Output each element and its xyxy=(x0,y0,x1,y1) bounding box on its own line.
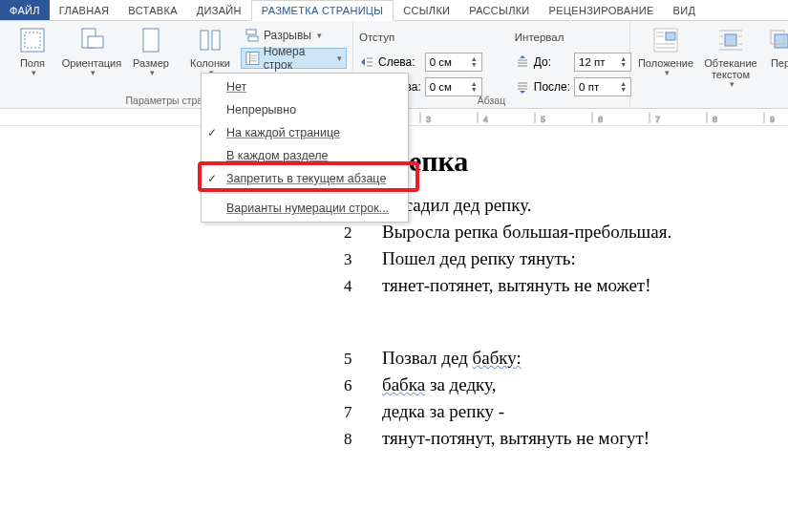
line-numbers-label: Номера строк xyxy=(264,45,331,72)
line-text: Позвал дед бабку: xyxy=(382,348,522,369)
breaks-button[interactable]: Разрывы ▾ xyxy=(241,25,347,46)
menu-item-continuous[interactable]: Непрерывно xyxy=(202,98,408,121)
document-line: 3Пошел дед репку тянуть: xyxy=(344,248,778,269)
size-button[interactable]: Размер ▾ xyxy=(124,23,178,78)
line-text: Выросла репка большая-пребольшая. xyxy=(382,222,671,243)
line-text: тянут-потянут, вытянуть не могут! xyxy=(382,428,650,449)
tab-design[interactable]: ДИЗАЙН xyxy=(187,0,251,20)
breaks-icon xyxy=(245,28,260,43)
svg-text:8: 8 xyxy=(713,115,717,124)
tab-references[interactable]: ССЫЛКИ xyxy=(394,0,459,20)
document-line: 6бабка за дедку, xyxy=(344,374,778,395)
line-text: тянет-потянет, вытянуть не может! xyxy=(382,275,650,296)
document-content: Репка 1Посадил дед репку.2Выросла репка … xyxy=(344,145,778,455)
indent-right-input[interactable]: 0 см▲▼ xyxy=(425,77,482,96)
spacing-after-icon xyxy=(515,79,530,95)
svg-marker-21 xyxy=(520,55,525,58)
line-number: 8 xyxy=(344,430,382,449)
document-line: 7дедка за репку - xyxy=(344,401,778,422)
svg-rect-8 xyxy=(248,36,258,41)
left-label: Слева: xyxy=(378,55,421,69)
before-label: До: xyxy=(534,55,551,69)
indent-left-input[interactable]: 0 см▲▼ xyxy=(425,53,482,72)
tab-mailings[interactable]: РАССЫЛКИ xyxy=(459,0,539,20)
menu-item-label: В каждом разделе xyxy=(226,149,328,162)
spinner-icon: ▲▼ xyxy=(620,56,627,68)
line-number: 6 xyxy=(344,376,382,395)
indent-header: Отступ xyxy=(359,32,500,43)
svg-rect-36 xyxy=(725,34,736,46)
svg-rect-3 xyxy=(88,36,103,48)
tab-view[interactable]: ВИД xyxy=(664,0,706,20)
spacing-before-input[interactable]: 12 пт▲▼ xyxy=(574,53,631,72)
after-label: После: xyxy=(534,80,570,94)
bring-forward-label: Пер xyxy=(771,57,788,69)
menu-item-label: Нет xyxy=(226,80,246,94)
position-icon xyxy=(650,25,681,55)
svg-rect-31 xyxy=(666,32,675,40)
tab-home[interactable]: ГЛАВНАЯ xyxy=(50,0,119,20)
chevron-down-icon: ▾ xyxy=(91,69,96,78)
menu-item-each-page[interactable]: ✓На каждой странице xyxy=(202,121,408,144)
margins-icon xyxy=(17,25,48,55)
svg-marker-14 xyxy=(361,58,365,66)
margins-button[interactable]: Поля ▾ xyxy=(6,23,59,78)
line-number: 5 xyxy=(344,350,382,369)
menu-separator xyxy=(205,193,404,194)
svg-rect-4 xyxy=(143,29,159,52)
document-line: 1Посадил дед репку. xyxy=(344,195,778,216)
spacing-header: Интервал xyxy=(515,32,649,43)
menu-item-each-section[interactable]: В каждом разделе xyxy=(202,144,408,167)
document-line: 2Выросла репка большая-пребольшая. xyxy=(344,222,778,243)
size-icon xyxy=(136,25,166,55)
group-arrange: Положение ▾ Обтекание текстом ▾ Пер xyxy=(630,21,788,108)
line-numbers-button[interactable]: Номера строк ▾ xyxy=(241,48,347,69)
svg-text:7: 7 xyxy=(655,115,660,124)
menu-item-suppress[interactable]: ✓Запретить в текущем абзаце xyxy=(202,167,408,190)
svg-text:3: 3 xyxy=(426,115,431,124)
tab-review[interactable]: РЕЦЕНЗИРОВАНИЕ xyxy=(540,0,664,20)
bring-forward-icon xyxy=(765,25,788,55)
line-number: 3 xyxy=(344,250,382,269)
chevron-down-icon: ▾ xyxy=(730,80,735,90)
spinner-icon: ▲▼ xyxy=(471,56,478,68)
indent-left-value: 0 см xyxy=(430,56,452,68)
indent-left-icon xyxy=(359,54,374,70)
svg-rect-7 xyxy=(246,30,256,34)
line-text: бабка за дедку, xyxy=(382,374,496,395)
tab-insert[interactable]: ВСТАВКА xyxy=(118,0,186,20)
wrap-text-button[interactable]: Обтекание текстом ▾ xyxy=(701,23,760,90)
bring-forward-button[interactable]: Пер xyxy=(766,23,788,90)
document-line: 4тянет-потянет, вытянуть не может! xyxy=(344,275,778,296)
menu-item-label: Непрерывно xyxy=(226,103,296,117)
columns-button[interactable]: Колонки ▾ xyxy=(183,23,237,78)
svg-text:4: 4 xyxy=(483,115,488,124)
line-text: Пошел дед репку тянуть: xyxy=(382,248,576,269)
orientation-icon xyxy=(76,25,107,55)
svg-rect-5 xyxy=(201,31,208,50)
chevron-down-icon: ▾ xyxy=(665,69,670,78)
svg-text:6: 6 xyxy=(598,115,603,124)
svg-rect-43 xyxy=(775,34,788,48)
spacing-after-input[interactable]: 0 пт▲▼ xyxy=(574,77,631,96)
tab-page-layout[interactable]: РАЗМЕТКА СТРАНИЦЫ xyxy=(251,0,394,21)
tab-file[interactable]: ФАЙЛ xyxy=(0,0,50,20)
line-numbers-menu: Нет Непрерывно ✓На каждой странице В каж… xyxy=(201,73,409,223)
chevron-down-icon: ▾ xyxy=(337,53,342,63)
menu-item-label: Варианты нумерации строк... xyxy=(226,202,389,215)
check-icon: ✓ xyxy=(207,172,217,185)
check-icon: ✓ xyxy=(207,126,217,139)
menu-item-options[interactable]: Варианты нумерации строк... xyxy=(202,197,408,220)
position-button[interactable]: Положение ▾ xyxy=(636,23,695,90)
svg-text:9: 9 xyxy=(770,115,775,124)
wrap-text-label: Обтекание текстом xyxy=(701,57,760,80)
columns-icon xyxy=(195,25,225,55)
orientation-button[interactable]: Ориентация ▾ xyxy=(65,23,118,78)
document-line: 8тянут-потянут, вытянуть не могут! xyxy=(344,428,778,449)
wrap-text-icon xyxy=(715,25,746,55)
line-numbers-icon xyxy=(245,51,260,66)
menu-item-none[interactable]: Нет xyxy=(202,75,408,98)
svg-rect-6 xyxy=(212,31,220,50)
menu-item-label: Запретить в текущем абзаце xyxy=(226,172,386,185)
spacing-before-value: 12 пт xyxy=(579,56,605,68)
